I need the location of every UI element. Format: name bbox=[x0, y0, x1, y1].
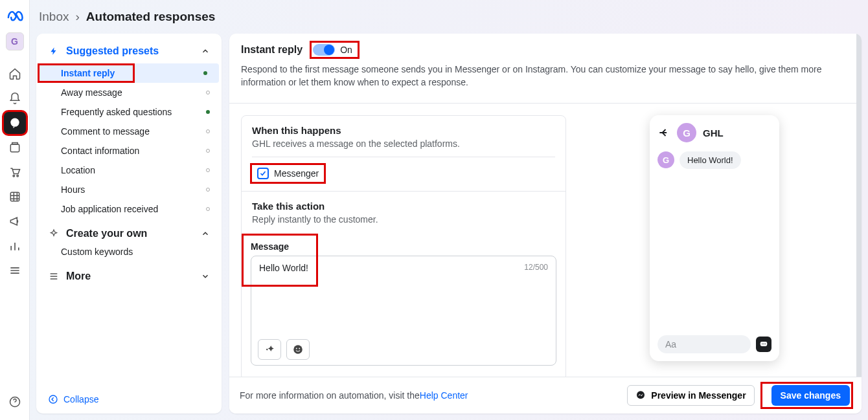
svg-point-3 bbox=[16, 175, 18, 177]
save-changes-button[interactable]: Save changes bbox=[771, 385, 850, 406]
preset-custom-keywords[interactable]: Custom keywords bbox=[36, 242, 222, 261]
svg-point-2 bbox=[13, 175, 14, 177]
svg-point-8 bbox=[296, 348, 297, 349]
left-rail: G bbox=[0, 0, 30, 420]
nav-home[interactable] bbox=[3, 62, 27, 85]
nav-leads[interactable] bbox=[3, 185, 27, 208]
preset-hours[interactable]: Hours bbox=[36, 180, 222, 199]
platform-messenger-row: Messenger bbox=[252, 165, 324, 182]
nav-menu[interactable] bbox=[3, 259, 27, 282]
section-create-your-own[interactable]: Create your own bbox=[36, 225, 222, 242]
svg-point-0 bbox=[10, 118, 19, 127]
nav-help[interactable] bbox=[3, 390, 27, 414]
grid-icon bbox=[8, 190, 21, 203]
status-dot-active bbox=[206, 110, 210, 114]
preset-label: Comment to message bbox=[61, 126, 150, 137]
status-dot-inactive bbox=[206, 207, 210, 211]
bars-icon bbox=[8, 239, 21, 252]
preview-msg-avatar: G bbox=[657, 151, 674, 168]
nav-posts[interactable] bbox=[3, 136, 27, 159]
nav-inbox[interactable] bbox=[3, 111, 27, 135]
preset-location[interactable]: Location bbox=[36, 160, 222, 180]
nav-notifications[interactable] bbox=[3, 87, 27, 110]
preview-avatar: G bbox=[677, 123, 696, 142]
preview-in-messenger-label: Preview in Messenger bbox=[651, 390, 746, 401]
nav-insights[interactable] bbox=[3, 234, 27, 258]
collapse-sidebar[interactable]: Collapse bbox=[36, 385, 222, 414]
preset-instant-reply[interactable]: Instant reply bbox=[39, 63, 219, 83]
svg-point-13 bbox=[765, 344, 766, 344]
account-avatar[interactable]: G bbox=[6, 32, 24, 50]
preset-label: Location bbox=[61, 165, 95, 175]
svg-rect-4 bbox=[10, 192, 19, 201]
svg-point-9 bbox=[299, 348, 300, 349]
preset-comment-to-message[interactable]: Comment to message bbox=[36, 122, 222, 141]
preset-faq[interactable]: Frequently asked questions bbox=[36, 102, 222, 122]
chat-preview: G GHL G Hello World! Aa bbox=[650, 115, 779, 361]
preset-label: Instant reply bbox=[61, 68, 115, 78]
cart-icon bbox=[8, 166, 21, 179]
preview-back-button[interactable] bbox=[657, 126, 670, 139]
action-subtitle: Reply instantly to the customer. bbox=[252, 214, 555, 225]
breadcrumb-current: Automated responses bbox=[86, 10, 216, 24]
instant-reply-toggle[interactable] bbox=[313, 44, 335, 56]
preset-label: Contact information bbox=[61, 146, 139, 156]
check-icon bbox=[259, 170, 267, 177]
toggle-state-label: On bbox=[340, 45, 352, 55]
automation-sidebar: Suggested presets Instant reply Away mes… bbox=[36, 34, 222, 414]
status-dot-inactive bbox=[206, 91, 210, 94]
status-dot-active bbox=[203, 71, 207, 75]
help-center-link[interactable]: Help Center bbox=[420, 390, 468, 401]
section-suggested-presets[interactable]: Suggested presets bbox=[36, 43, 222, 60]
when-subtitle: GHL receives a message on the selected p… bbox=[252, 138, 555, 149]
toggle-knob bbox=[324, 45, 334, 55]
preset-job-application[interactable]: Job application received bbox=[36, 199, 222, 219]
nav-ads[interactable] bbox=[3, 210, 27, 233]
meta-logo[interactable] bbox=[5, 5, 25, 26]
lightning-icon bbox=[48, 47, 60, 56]
svg-rect-1 bbox=[10, 144, 19, 152]
help-icon bbox=[8, 395, 21, 408]
preset-away-message[interactable]: Away message bbox=[36, 83, 222, 102]
arrow-left-icon bbox=[657, 126, 670, 139]
breadcrumb: Inbox › Automated responses bbox=[30, 0, 868, 34]
preview-bubble: Hello World! bbox=[680, 151, 741, 169]
when-title: When this happens bbox=[252, 125, 555, 136]
section-more[interactable]: More bbox=[36, 268, 222, 285]
collapse-label: Collapse bbox=[63, 394, 98, 404]
messenger-icon bbox=[635, 390, 646, 401]
platform-messenger-checkbox[interactable] bbox=[257, 168, 269, 179]
preview-send bbox=[756, 337, 771, 352]
page-title: Instant reply bbox=[241, 44, 303, 56]
nav-commerce[interactable] bbox=[3, 160, 27, 184]
chevron-right-icon: › bbox=[75, 10, 79, 24]
instant-reply-toggle-group: On bbox=[312, 43, 358, 57]
breadcrumb-parent[interactable]: Inbox bbox=[39, 10, 69, 24]
svg-point-7 bbox=[293, 345, 303, 354]
meta-infinity-icon bbox=[6, 7, 23, 24]
preview-in-messenger-button[interactable]: Preview in Messenger bbox=[627, 385, 754, 406]
chevron-up-icon bbox=[201, 47, 210, 56]
preset-label: Hours bbox=[61, 184, 85, 195]
footer-info-text: For more information on automation, visi… bbox=[240, 390, 420, 401]
trigger-card: When this happens GHL receives a message… bbox=[241, 115, 566, 377]
content-panel: Instant reply On Respond to the first me… bbox=[229, 34, 862, 414]
chevron-down-icon bbox=[201, 272, 210, 281]
personalize-button[interactable] bbox=[258, 339, 281, 360]
menu-icon bbox=[8, 264, 21, 277]
preset-contact-information[interactable]: Contact information bbox=[36, 141, 222, 160]
svg-point-12 bbox=[763, 344, 764, 344]
preview-column: G GHL G Hello World! Aa bbox=[584, 115, 845, 361]
home-icon bbox=[8, 67, 21, 80]
magic-icon bbox=[264, 344, 275, 355]
preview-name: GHL bbox=[703, 127, 724, 138]
collapse-icon bbox=[48, 394, 58, 404]
message-textarea-container: Hello World! 12/500 bbox=[251, 256, 556, 366]
emoji-button[interactable] bbox=[286, 339, 310, 360]
page-description: Respond to the first message someone sen… bbox=[241, 63, 845, 89]
message-textarea[interactable]: Hello World! bbox=[259, 263, 519, 273]
preset-label: Frequently asked questions bbox=[61, 107, 172, 117]
svg-point-14 bbox=[637, 391, 645, 399]
status-dot-inactive bbox=[206, 188, 210, 192]
svg-point-6 bbox=[49, 395, 57, 403]
